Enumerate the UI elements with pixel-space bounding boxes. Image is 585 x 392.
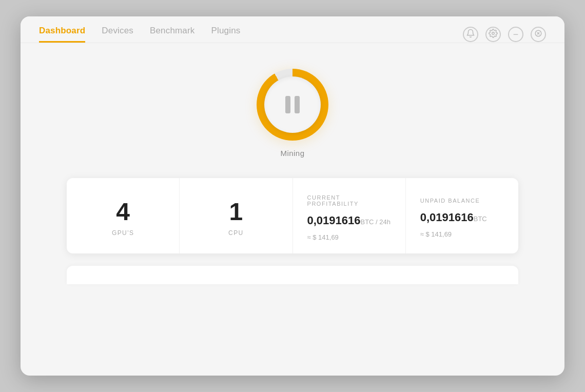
profitability-title: CURRENT PROFITABILITY [307, 194, 391, 207]
tab-benchmark[interactable]: Benchmark [150, 26, 195, 43]
profitability-value: 0,0191616 [307, 214, 361, 227]
settings-icon [489, 29, 498, 40]
notification-button[interactable] [463, 27, 478, 42]
gpu-label: GPU'S [112, 229, 134, 237]
pause-bar-left [285, 96, 290, 113]
stats-row: 4 GPU'S 1 CPU CURRENT PROFITABILITY 0,01… [67, 178, 518, 253]
settings-button[interactable] [485, 27, 501, 42]
nav-tabs: Dashboard Devices Benchmark Plugins [39, 26, 240, 43]
balance-unit: BTC [474, 215, 487, 223]
mining-label: Mining [281, 149, 305, 158]
mining-button[interactable] [257, 69, 328, 141]
window-controls: − [463, 27, 546, 42]
main-content: Mining 4 GPU'S 1 CPU CURRENT PROFITABILI… [21, 43, 564, 376]
minimize-button[interactable]: − [508, 27, 523, 42]
profitability-unit: BTC / 24h [361, 218, 391, 226]
close-icon [535, 30, 542, 39]
bottom-partial-card [67, 266, 518, 284]
profitability-sub: ≈ $ 141,69 [307, 233, 339, 241]
cpu-stat-card: 1 CPU [180, 178, 292, 253]
mining-section: Mining [257, 69, 328, 158]
minimize-icon: − [513, 30, 519, 39]
cpu-count: 1 [229, 200, 243, 224]
tab-devices[interactable]: Devices [102, 26, 133, 43]
pause-bar-right [295, 96, 300, 113]
balance-value: 0,0191616 [420, 211, 474, 224]
mining-button-inner [264, 76, 321, 133]
close-button[interactable] [531, 27, 546, 42]
gpu-count: 4 [116, 200, 130, 224]
tab-dashboard[interactable]: Dashboard [39, 26, 85, 43]
app-window: Dashboard Devices Benchmark Plugins [21, 16, 564, 376]
top-bar: Dashboard Devices Benchmark Plugins [21, 16, 564, 43]
balance-card: UNPAID BALANCE 0,0191616 BTC ≈ $ 141,69 [406, 178, 518, 253]
cpu-label: CPU [228, 229, 244, 237]
notification-icon [466, 29, 475, 40]
pause-icon [285, 96, 300, 113]
gpu-stat-card: 4 GPU'S [67, 178, 180, 253]
tab-plugins[interactable]: Plugins [211, 26, 241, 43]
profitability-card: CURRENT PROFITABILITY 0,0191616 BTC / 24… [293, 178, 406, 253]
balance-sub: ≈ $ 141,69 [420, 230, 452, 238]
balance-title: UNPAID BALANCE [420, 198, 480, 204]
svg-point-0 [492, 32, 495, 34]
